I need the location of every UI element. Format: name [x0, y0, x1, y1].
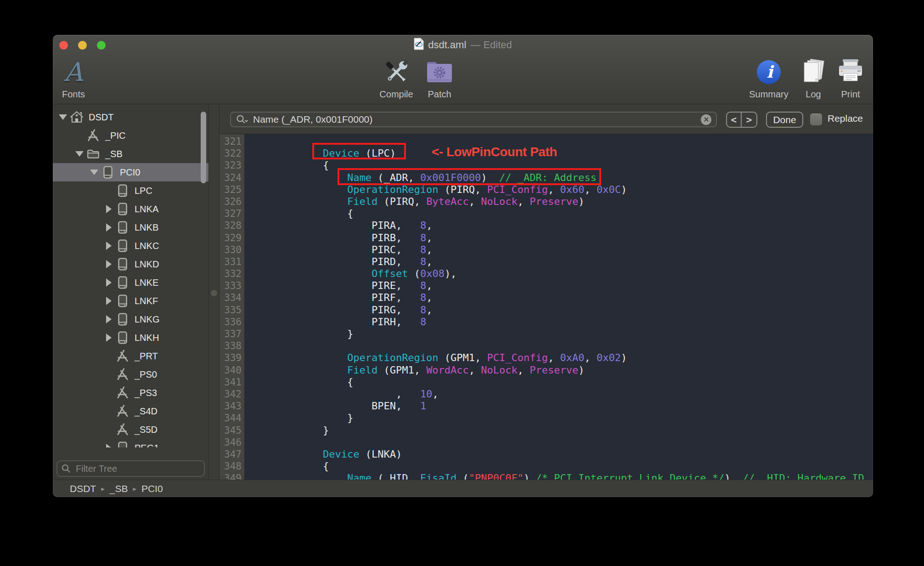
title-edited-suffix: — Edited — [470, 39, 512, 51]
device-icon — [115, 184, 130, 198]
printer-icon — [837, 57, 864, 87]
find-input[interactable] — [252, 113, 701, 125]
code-line-329: PIRB, 8, — [250, 232, 873, 244]
device-icon — [115, 202, 130, 216]
tree-item-_PRT[interactable]: _PRT — [53, 347, 208, 365]
replace-checkbox[interactable] — [810, 113, 822, 125]
disclosure-triangle-icon[interactable] — [102, 205, 115, 213]
tree-item-LNKC[interactable]: LNKC — [53, 237, 208, 255]
tree-item-_SB[interactable]: _SB — [53, 145, 208, 163]
tree-item-LNKD[interactable]: LNKD — [53, 255, 208, 273]
tree-item-_S4D[interactable]: _S4D — [53, 402, 208, 420]
code-line-348: { — [250, 460, 873, 472]
disclosure-triangle-icon[interactable] — [102, 278, 115, 287]
method-icon — [115, 423, 130, 436]
tree-item-label: PEG1 — [135, 443, 159, 448]
disclosure-triangle-icon[interactable] — [73, 151, 86, 157]
line-number: 336 — [220, 316, 242, 328]
tree-item-LNKH[interactable]: LNKH — [53, 328, 208, 347]
device-icon — [115, 312, 130, 326]
line-number: 342 — [220, 388, 242, 400]
tree-item-LNKE[interactable]: LNKE — [53, 273, 208, 292]
line-number: 330 — [220, 244, 242, 256]
line-number: 345 — [220, 424, 242, 436]
editor-pane: < > Done Replace 32132232332432532632732… — [219, 104, 873, 480]
line-number: 337 — [220, 328, 242, 340]
tree-item-label: LPC — [135, 186, 152, 196]
disclosure-triangle-icon[interactable] — [102, 444, 115, 447]
tree-item-_PS0[interactable]: _PS0 — [53, 365, 208, 384]
search-icon — [236, 113, 248, 125]
code-line-330: PIRC, 8, — [250, 244, 873, 256]
find-previous-button[interactable]: < — [727, 113, 742, 127]
tree-item-_S5D[interactable]: _S5D — [53, 420, 208, 439]
line-number: 348 — [220, 460, 242, 472]
tree-item-_PS3[interactable]: _PS3 — [53, 384, 208, 402]
line-number: 327 — [220, 208, 242, 220]
breadcrumb-item-dsdt[interactable]: DSDT — [70, 483, 96, 494]
disclosure-triangle-icon[interactable] — [102, 223, 115, 232]
filter-tree-input[interactable] — [75, 463, 200, 475]
tree-item-LNKA[interactable]: LNKA — [53, 200, 208, 218]
code-line-341: { — [250, 376, 873, 388]
line-number: 328 — [220, 220, 242, 232]
code-line-338 — [250, 340, 873, 352]
folder-icon — [86, 147, 101, 161]
device-icon — [115, 441, 130, 447]
tree-item-PCI0[interactable]: PCI0 — [53, 163, 208, 181]
disclosure-triangle-icon[interactable] — [102, 334, 115, 342]
splitter-handle[interactable] — [211, 290, 217, 296]
tree-item-label: LNKE — [135, 277, 158, 288]
line-number: 346 — [220, 436, 242, 448]
code-line-343: BPEN, 1 — [250, 400, 873, 412]
line-number: 332 — [220, 268, 242, 280]
line-number: 321 — [220, 136, 242, 147]
filter-tree-field[interactable] — [56, 460, 205, 477]
line-number: 339 — [220, 352, 242, 364]
disclosure-triangle-icon[interactable] — [88, 170, 101, 175]
disclosure-triangle-icon[interactable] — [56, 114, 69, 120]
toolbar-item-fonts[interactable]: A Fonts — [53, 57, 103, 100]
annotation-lowpincount-label: <- LowPinCount Path — [432, 145, 557, 159]
tree-item-LNKG[interactable]: LNKG — [53, 310, 208, 328]
breadcrumb-separator-icon: ▸ — [133, 485, 136, 493]
tree-item-label: LNKC — [135, 241, 159, 251]
title-filename: dsdt.aml — [428, 39, 466, 51]
disclosure-triangle-icon[interactable] — [102, 242, 115, 250]
breadcrumb-item-sb[interactable]: _SB — [110, 483, 128, 494]
tree-item-DSDT[interactable]: DSDT — [53, 108, 208, 126]
toolbar-item-patch[interactable]: Patch — [410, 57, 469, 100]
find-field[interactable] — [230, 112, 717, 127]
code-line-332: Offset (0x08), — [250, 268, 873, 280]
find-next-button[interactable]: > — [742, 113, 756, 127]
tree-item-LNKF[interactable]: LNKF — [53, 292, 208, 310]
line-number: 335 — [220, 304, 242, 316]
tree-item-LPC[interactable]: LPC — [53, 181, 208, 200]
document-icon — [414, 38, 424, 53]
line-number-gutter: 3213223233243253263273283293303313323333… — [220, 134, 244, 480]
tree-item-label: DSDT — [89, 112, 113, 123]
breadcrumb-item-pci0[interactable]: PCI0 — [141, 483, 163, 494]
window-title: dsdt.aml — Edited — [53, 35, 873, 55]
tree-item-LNKB[interactable]: LNKB — [53, 218, 208, 237]
sidebar-scrollbar[interactable] — [201, 112, 206, 183]
clear-search-icon[interactable] — [701, 114, 711, 125]
done-button[interactable]: Done — [766, 112, 803, 128]
line-number: 347 — [220, 448, 242, 460]
toolbar-item-print[interactable]: Print — [821, 57, 873, 100]
patch-folder-icon — [426, 57, 453, 87]
code-editor[interactable]: 3213223233243253263273283293303313323333… — [220, 134, 873, 480]
home-icon — [69, 110, 84, 124]
code-line-333: PIRE, 8, — [250, 280, 873, 292]
tree-item-_PIC[interactable]: _PIC — [53, 126, 208, 145]
line-number: 344 — [220, 412, 242, 424]
disclosure-triangle-icon[interactable] — [102, 260, 115, 268]
code-line-349: Name (_HID, EisaId ("PNP0C0F") /* PCI In… — [250, 472, 873, 480]
fonts-icon: A — [64, 57, 83, 87]
tree-item-PEG1[interactable]: PEG1 — [53, 439, 208, 447]
tree-item-label: _PS3 — [135, 388, 157, 398]
code-line-325: OperationRegion (PIRQ, PCI_Config, 0x60,… — [250, 184, 873, 196]
disclosure-triangle-icon[interactable] — [102, 315, 115, 323]
disclosure-triangle-icon[interactable] — [102, 297, 115, 305]
pane-splitter[interactable] — [209, 104, 219, 480]
